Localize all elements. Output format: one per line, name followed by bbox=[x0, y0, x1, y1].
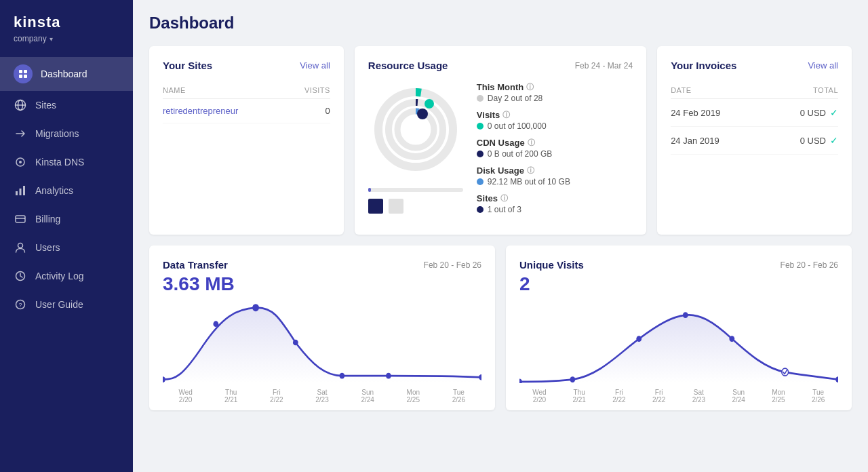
disk-stat-value: 92.12 MB out of 10 GB bbox=[477, 177, 633, 186]
site-name-link[interactable]: retiredentrepreneur bbox=[163, 106, 238, 116]
sidebar-item-sites[interactable]: Sites bbox=[0, 91, 133, 119]
svg-rect-10 bbox=[20, 189, 22, 195]
sidebar: kinsta company ▾ Dashboard Sites Migrati… bbox=[0, 0, 133, 472]
invoice-col-total: TOTAL bbox=[813, 86, 838, 94]
data-transfer-title: Data Transfer bbox=[163, 259, 228, 271]
info-icon-visits: ⓘ bbox=[502, 110, 510, 120]
svg-rect-11 bbox=[23, 186, 25, 195]
site-visits-value: 0 bbox=[326, 106, 330, 116]
svg-point-36 bbox=[683, 312, 688, 318]
progress-bar bbox=[368, 188, 463, 192]
data-transfer-x-labels: Wed2/20 Thu2/21 Fri2/22 Sat2/23 Sun2/24 … bbox=[163, 386, 481, 410]
resource-date-range: Feb 24 - Mar 24 bbox=[575, 61, 633, 71]
sidebar-item-dashboard[interactable]: Dashboard bbox=[0, 57, 133, 91]
invoice-row-1: 24 Jan 2019 0 USD ✓ bbox=[671, 127, 838, 155]
uv-x-label-0: Wed2/20 bbox=[519, 389, 559, 404]
sidebar-item-analytics[interactable]: Analytics bbox=[0, 176, 133, 205]
logo-text: kinsta bbox=[14, 14, 119, 31]
check-icon-1: ✓ bbox=[830, 135, 838, 146]
svg-point-24 bbox=[425, 99, 434, 109]
data-transfer-total: 3.63 MB bbox=[163, 273, 481, 295]
unique-visits-header: Unique Visits Feb 20 - Feb 26 bbox=[519, 259, 838, 271]
sidebar-item-user-guide[interactable]: ? User Guide bbox=[0, 290, 133, 319]
top-cards-row: Your Sites View all NAME VISITS retirede… bbox=[149, 46, 852, 235]
sidebar-item-kinsta-dns[interactable]: Kinsta DNS bbox=[0, 148, 133, 176]
invoice-row-0: 24 Feb 2019 0 USD ✓ bbox=[671, 99, 838, 127]
svg-point-8 bbox=[19, 161, 22, 163]
sites-stat-label: Sites ⓘ bbox=[477, 193, 633, 203]
svg-point-31 bbox=[386, 373, 391, 379]
invoices-card: Your Invoices View all DATE TOTAL 24 Feb… bbox=[657, 46, 852, 235]
legend-navy bbox=[368, 199, 383, 214]
resource-card-header: Resource Usage Feb 24 - Mar 24 bbox=[368, 60, 633, 71]
donut-svg bbox=[368, 82, 463, 177]
sites-view-all-link[interactable]: View all bbox=[300, 60, 330, 71]
sidebar-item-migrations[interactable]: Migrations bbox=[0, 119, 133, 148]
data-transfer-range: Feb 20 - Feb 26 bbox=[424, 260, 481, 270]
cdn-stat-label: CDN Usage ⓘ bbox=[477, 138, 633, 148]
company-selector[interactable]: company ▾ bbox=[14, 34, 119, 43]
sidebar-item-label: Sites bbox=[35, 100, 56, 111]
sidebar-item-billing[interactable]: Billing bbox=[0, 205, 133, 233]
unique-visits-total: 2 bbox=[519, 273, 838, 295]
sites-stat: Sites ⓘ 1 out of 3 bbox=[477, 193, 633, 214]
x-label-0: Wed2/20 bbox=[163, 389, 208, 404]
sidebar-item-label: Billing bbox=[35, 214, 60, 224]
invoice-total-0: 0 USD ✓ bbox=[800, 107, 838, 118]
users-icon bbox=[14, 241, 27, 254]
check-icon-0: ✓ bbox=[830, 107, 838, 118]
this-month-label: This Month ⓘ bbox=[477, 82, 633, 92]
svg-point-22 bbox=[397, 111, 434, 148]
donut-legend bbox=[368, 199, 463, 214]
svg-rect-1 bbox=[24, 70, 27, 73]
disk-stat: Disk Usage ⓘ 92.12 MB out of 10 GB bbox=[477, 165, 633, 186]
dns-icon bbox=[14, 155, 27, 169]
progress-bar-fill bbox=[368, 188, 371, 192]
svg-rect-2 bbox=[19, 75, 22, 78]
info-icon-disk: ⓘ bbox=[527, 165, 534, 176]
this-month-dot bbox=[477, 95, 484, 102]
unique-visits-range: Feb 20 - Feb 26 bbox=[781, 260, 838, 270]
svg-point-28 bbox=[252, 304, 259, 311]
svg-point-27 bbox=[213, 321, 218, 327]
unique-visits-x-labels: Wed2/20 Thu2/21 Fri2/22 Fri2/22 Sat2/23 … bbox=[519, 386, 838, 410]
your-sites-card: Your Sites View all NAME VISITS retirede… bbox=[149, 46, 344, 235]
svg-text:?: ? bbox=[19, 302, 22, 309]
uv-x-label-5: Sun2/24 bbox=[719, 389, 759, 404]
bottom-charts-row: Data Transfer Feb 20 - Feb 26 3.63 MB bbox=[149, 245, 852, 410]
user-guide-icon: ? bbox=[14, 298, 27, 311]
svg-point-25 bbox=[417, 109, 428, 119]
resource-content: This Month ⓘ Day 2 out of 28 Visits ⓘ bbox=[368, 82, 633, 221]
svg-point-14 bbox=[18, 243, 23, 248]
invoices-view-all-link[interactable]: View all bbox=[808, 60, 838, 71]
svg-rect-3 bbox=[24, 75, 27, 78]
sites-dot bbox=[477, 206, 484, 213]
cdn-stat-value: 0 B out of 200 GB bbox=[477, 149, 633, 159]
svg-point-35 bbox=[636, 336, 642, 342]
this-month-stat: This Month ⓘ Day 2 out of 28 bbox=[477, 82, 633, 103]
svg-point-37 bbox=[729, 336, 734, 342]
this-month-value: Day 2 out of 28 bbox=[477, 94, 633, 103]
uv-x-label-6: Mon2/25 bbox=[759, 389, 799, 404]
invoices-card-header: Your Invoices View all bbox=[671, 60, 838, 71]
donut-chart bbox=[368, 82, 463, 191]
legend-gray bbox=[389, 199, 403, 214]
visits-stat-value: 0 out of 100,000 bbox=[477, 121, 633, 131]
unique-visits-card: Unique Visits Feb 20 - Feb 26 2 bbox=[506, 245, 852, 410]
resource-usage-card: Resource Usage Feb 24 - Mar 24 bbox=[355, 46, 646, 235]
sites-stat-value: 1 out of 3 bbox=[477, 205, 633, 214]
sidebar-item-users[interactable]: Users bbox=[0, 233, 133, 262]
sidebar-item-activity-log[interactable]: Activity Log bbox=[0, 262, 133, 290]
visits-stat-label: Visits ⓘ bbox=[477, 110, 633, 120]
x-label-6: Tue2/26 bbox=[436, 389, 481, 404]
table-row: retiredentrepreneur 0 bbox=[163, 99, 330, 123]
resource-stats: This Month ⓘ Day 2 out of 28 Visits ⓘ bbox=[477, 82, 633, 221]
invoice-table-header: DATE TOTAL bbox=[671, 82, 838, 99]
sidebar-nav: Dashboard Sites Migrations Kinsta DNS An… bbox=[0, 50, 133, 472]
invoice-date-1: 24 Jan 2019 bbox=[671, 136, 719, 146]
visits-dot bbox=[477, 123, 484, 130]
uv-x-label-2: Fri2/22 bbox=[599, 389, 639, 404]
disk-dot bbox=[477, 178, 484, 185]
dashboard-icon bbox=[14, 64, 33, 83]
page-title: Dashboard bbox=[149, 14, 852, 33]
